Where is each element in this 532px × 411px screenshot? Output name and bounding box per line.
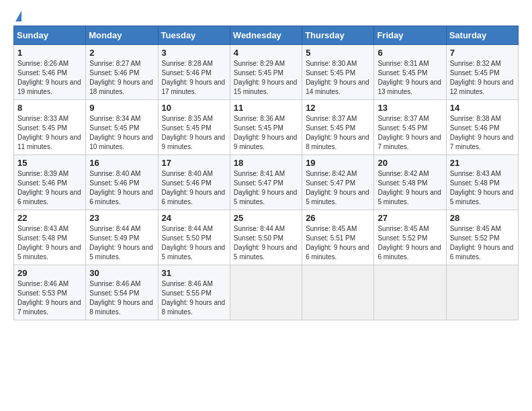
calendar-cell: 6Sunrise: 8:31 AMSunset: 5:45 PMDaylight… (374, 45, 446, 100)
day-number: 1 (17, 48, 82, 58)
calendar-cell: 31Sunrise: 8:46 AMSunset: 5:55 PMDayligh… (158, 265, 230, 320)
calendar-cell (374, 265, 446, 320)
day-number: 12 (306, 103, 370, 113)
day-number: 7 (450, 48, 515, 58)
cell-info: Sunrise: 8:37 AMSunset: 5:45 PMDaylight:… (306, 115, 369, 150)
day-number: 21 (450, 158, 515, 168)
calendar-week-row: 22Sunrise: 8:43 AMSunset: 5:48 PMDayligh… (14, 210, 519, 265)
cell-info: Sunrise: 8:45 AMSunset: 5:52 PMDaylight:… (378, 225, 441, 261)
calendar-cell (302, 265, 374, 320)
calendar-cell: 18Sunrise: 8:41 AMSunset: 5:47 PMDayligh… (230, 155, 302, 210)
page: SundayMondayTuesdayWednesdayThursdayFrid… (0, 0, 532, 411)
day-number: 16 (89, 158, 154, 168)
cell-info: Sunrise: 8:27 AMSunset: 5:46 PMDaylight:… (89, 60, 153, 95)
cell-info: Sunrise: 8:39 AMSunset: 5:46 PMDaylight:… (17, 170, 81, 205)
cell-info: Sunrise: 8:33 AMSunset: 5:45 PMDaylight:… (17, 115, 81, 150)
day-number: 9 (89, 103, 154, 113)
calendar-cell: 30Sunrise: 8:46 AMSunset: 5:54 PMDayligh… (86, 265, 158, 320)
calendar-week-row: 15Sunrise: 8:39 AMSunset: 5:46 PMDayligh… (14, 155, 519, 210)
day-number: 14 (450, 103, 515, 113)
calendar-cell: 29Sunrise: 8:46 AMSunset: 5:53 PMDayligh… (14, 265, 86, 320)
calendar-cell: 21Sunrise: 8:43 AMSunset: 5:48 PMDayligh… (446, 155, 518, 210)
day-number: 18 (234, 158, 298, 168)
calendar-cell: 25Sunrise: 8:44 AMSunset: 5:50 PMDayligh… (230, 210, 302, 265)
cell-info: Sunrise: 8:29 AMSunset: 5:45 PMDaylight:… (234, 60, 298, 95)
calendar-cell: 4Sunrise: 8:29 AMSunset: 5:45 PMDaylight… (230, 45, 302, 100)
calendar-cell: 26Sunrise: 8:45 AMSunset: 5:51 PMDayligh… (302, 210, 374, 265)
calendar-week-row: 29Sunrise: 8:46 AMSunset: 5:53 PMDayligh… (14, 265, 519, 320)
calendar-cell: 2Sunrise: 8:27 AMSunset: 5:46 PMDaylight… (86, 45, 158, 100)
calendar-cell: 20Sunrise: 8:42 AMSunset: 5:48 PMDayligh… (374, 155, 446, 210)
calendar-cell: 22Sunrise: 8:43 AMSunset: 5:48 PMDayligh… (14, 210, 86, 265)
day-number: 28 (450, 213, 515, 223)
day-number: 15 (17, 158, 82, 168)
cell-info: Sunrise: 8:36 AMSunset: 5:45 PMDaylight:… (234, 115, 298, 150)
cell-info: Sunrise: 8:31 AMSunset: 5:45 PMDaylight:… (378, 60, 441, 95)
day-number: 6 (378, 48, 442, 58)
calendar-cell (446, 265, 518, 320)
calendar-cell: 10Sunrise: 8:35 AMSunset: 5:45 PMDayligh… (158, 100, 230, 155)
cell-info: Sunrise: 8:44 AMSunset: 5:50 PMDaylight:… (162, 225, 226, 261)
calendar-cell: 13Sunrise: 8:37 AMSunset: 5:45 PMDayligh… (374, 100, 446, 155)
weekday-header-monday: Monday (86, 26, 158, 45)
cell-info: Sunrise: 8:41 AMSunset: 5:47 PMDaylight:… (234, 170, 298, 205)
day-number: 13 (378, 103, 442, 113)
calendar-cell: 27Sunrise: 8:45 AMSunset: 5:52 PMDayligh… (374, 210, 446, 265)
header (13, 11, 519, 21)
cell-info: Sunrise: 8:32 AMSunset: 5:45 PMDaylight:… (450, 60, 514, 95)
day-number: 19 (306, 158, 370, 168)
weekday-header-thursday: Thursday (302, 26, 374, 45)
calendar-cell: 3Sunrise: 8:28 AMSunset: 5:46 PMDaylight… (158, 45, 230, 100)
cell-info: Sunrise: 8:40 AMSunset: 5:46 PMDaylight:… (89, 170, 153, 205)
calendar-cell: 5Sunrise: 8:30 AMSunset: 5:45 PMDaylight… (302, 45, 374, 100)
day-number: 25 (234, 213, 298, 223)
calendar-table: SundayMondayTuesdayWednesdayThursdayFrid… (13, 26, 519, 320)
calendar-cell: 17Sunrise: 8:40 AMSunset: 5:46 PMDayligh… (158, 155, 230, 210)
cell-info: Sunrise: 8:45 AMSunset: 5:52 PMDaylight:… (450, 225, 514, 261)
cell-info: Sunrise: 8:44 AMSunset: 5:50 PMDaylight:… (234, 225, 298, 261)
day-number: 30 (89, 268, 154, 278)
calendar-cell: 12Sunrise: 8:37 AMSunset: 5:45 PMDayligh… (302, 100, 374, 155)
cell-info: Sunrise: 8:43 AMSunset: 5:48 PMDaylight:… (17, 225, 81, 261)
day-number: 8 (17, 103, 82, 113)
cell-info: Sunrise: 8:42 AMSunset: 5:47 PMDaylight:… (306, 170, 369, 205)
cell-info: Sunrise: 8:46 AMSunset: 5:54 PMDaylight:… (89, 280, 153, 316)
cell-info: Sunrise: 8:43 AMSunset: 5:48 PMDaylight:… (450, 170, 514, 205)
calendar-cell: 9Sunrise: 8:34 AMSunset: 5:45 PMDaylight… (86, 100, 158, 155)
calendar-week-row: 8Sunrise: 8:33 AMSunset: 5:45 PMDaylight… (14, 100, 519, 155)
cell-info: Sunrise: 8:45 AMSunset: 5:51 PMDaylight:… (306, 225, 369, 261)
day-number: 20 (378, 158, 442, 168)
cell-info: Sunrise: 8:26 AMSunset: 5:46 PMDaylight:… (17, 60, 81, 95)
cell-info: Sunrise: 8:34 AMSunset: 5:45 PMDaylight:… (89, 115, 153, 150)
calendar-cell: 28Sunrise: 8:45 AMSunset: 5:52 PMDayligh… (446, 210, 518, 265)
weekday-header-tuesday: Tuesday (158, 26, 230, 45)
calendar-cell: 16Sunrise: 8:40 AMSunset: 5:46 PMDayligh… (86, 155, 158, 210)
day-number: 11 (234, 103, 298, 113)
calendar-cell: 19Sunrise: 8:42 AMSunset: 5:47 PMDayligh… (302, 155, 374, 210)
cell-info: Sunrise: 8:28 AMSunset: 5:46 PMDaylight:… (162, 60, 226, 95)
day-number: 27 (378, 213, 442, 223)
calendar-cell: 24Sunrise: 8:44 AMSunset: 5:50 PMDayligh… (158, 210, 230, 265)
cell-info: Sunrise: 8:42 AMSunset: 5:48 PMDaylight:… (378, 170, 441, 205)
cell-info: Sunrise: 8:38 AMSunset: 5:46 PMDaylight:… (450, 115, 514, 150)
day-number: 3 (162, 48, 226, 58)
weekday-header-friday: Friday (374, 26, 446, 45)
cell-info: Sunrise: 8:46 AMSunset: 5:55 PMDaylight:… (162, 280, 226, 316)
calendar-cell: 7Sunrise: 8:32 AMSunset: 5:45 PMDaylight… (446, 45, 518, 100)
cell-info: Sunrise: 8:30 AMSunset: 5:45 PMDaylight:… (306, 60, 369, 95)
cell-info: Sunrise: 8:35 AMSunset: 5:45 PMDaylight:… (162, 115, 226, 150)
weekday-header-sunday: Sunday (14, 26, 86, 45)
day-number: 26 (306, 213, 370, 223)
cell-info: Sunrise: 8:46 AMSunset: 5:53 PMDaylight:… (17, 280, 81, 316)
cell-info: Sunrise: 8:37 AMSunset: 5:45 PMDaylight:… (378, 115, 441, 150)
calendar-cell: 15Sunrise: 8:39 AMSunset: 5:46 PMDayligh… (14, 155, 86, 210)
day-number: 17 (162, 158, 226, 168)
cell-info: Sunrise: 8:40 AMSunset: 5:46 PMDaylight:… (162, 170, 226, 205)
weekday-header-row: SundayMondayTuesdayWednesdayThursdayFrid… (14, 26, 519, 45)
calendar-cell: 8Sunrise: 8:33 AMSunset: 5:45 PMDaylight… (14, 100, 86, 155)
weekday-header-saturday: Saturday (446, 26, 518, 45)
calendar-week-row: 1Sunrise: 8:26 AMSunset: 5:46 PMDaylight… (14, 45, 519, 100)
weekday-header-wednesday: Wednesday (230, 26, 302, 45)
logo-triangle-icon (15, 11, 21, 21)
day-number: 31 (162, 268, 226, 278)
